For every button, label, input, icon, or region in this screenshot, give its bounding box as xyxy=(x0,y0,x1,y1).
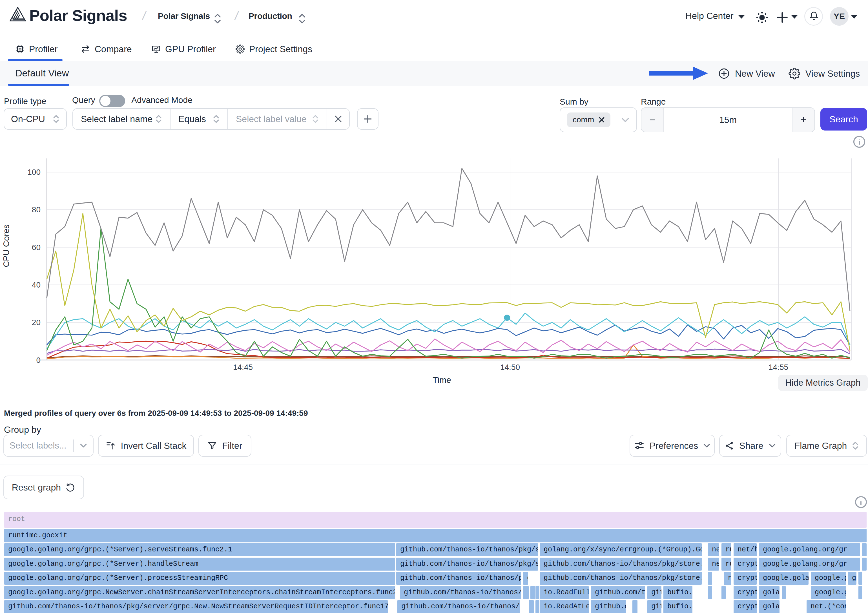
svg-text:20: 20 xyxy=(32,318,40,327)
svg-text:14:55: 14:55 xyxy=(769,363,788,372)
svg-text:CPU Cores: CPU Cores xyxy=(2,225,11,267)
svg-text:Time: Time xyxy=(432,375,451,385)
svg-text:80: 80 xyxy=(32,205,40,214)
svg-text:14:50: 14:50 xyxy=(500,363,520,372)
svg-text:0: 0 xyxy=(36,356,40,364)
svg-text:40: 40 xyxy=(32,281,40,289)
svg-text:14:45: 14:45 xyxy=(233,363,253,372)
svg-text:60: 60 xyxy=(32,243,40,252)
svg-text:100: 100 xyxy=(27,168,40,177)
